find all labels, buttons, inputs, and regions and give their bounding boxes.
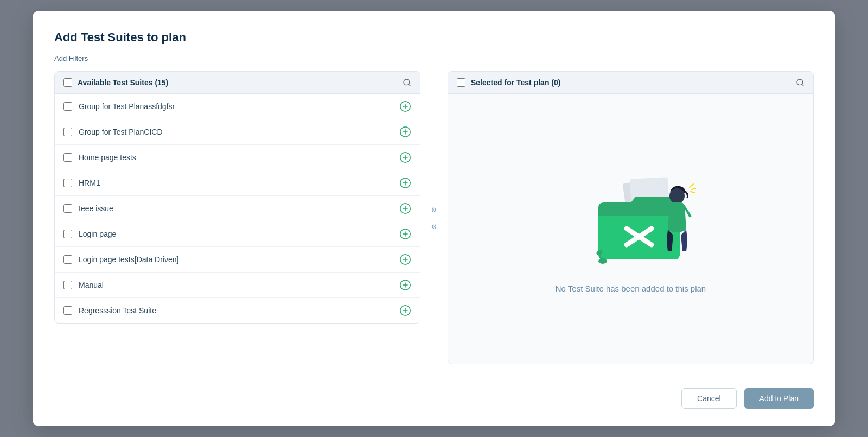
list-item[interactable]: Ieee issue (55, 196, 420, 221)
item-label-4: Ieee issue (79, 204, 393, 213)
transfer-forward-button[interactable]: » (431, 204, 437, 215)
list-item[interactable]: Manual (55, 273, 420, 298)
svg-line-40 (691, 192, 695, 193)
list-item[interactable]: Group for Test PlanCICD (55, 119, 420, 145)
empty-state: No Test Suite has been added to this pla… (448, 94, 813, 364)
item-checkbox-8[interactable] (63, 306, 72, 315)
selected-panel: Selected for Test plan (0) (448, 71, 814, 364)
available-panel: Available Test Suites (15) Group for Tes… (54, 71, 420, 324)
available-items-list: Group for Test Planassfdgfsr Group for T… (55, 94, 420, 323)
item-label-2: Home page tests (79, 153, 393, 162)
add-item-button-5[interactable] (399, 228, 411, 240)
item-checkbox-0[interactable] (63, 102, 72, 111)
add-item-button-1[interactable] (399, 126, 411, 138)
dual-panel: Available Test Suites (15) Group for Tes… (54, 71, 814, 364)
select-all-selected-checkbox[interactable] (457, 78, 465, 87)
add-item-button-4[interactable] (399, 202, 411, 214)
item-checkbox-6[interactable] (63, 255, 72, 264)
add-item-button-6[interactable] (399, 254, 411, 265)
item-label-6: Login page tests[Data Driven] (79, 255, 393, 264)
add-item-button-0[interactable] (399, 100, 411, 112)
item-checkbox-2[interactable] (63, 153, 72, 162)
svg-point-37 (669, 188, 685, 204)
list-item[interactable]: Home page tests (55, 145, 420, 170)
item-checkbox-4[interactable] (63, 204, 72, 213)
item-label-0: Group for Test Planassfdgfsr (79, 102, 393, 111)
item-checkbox-1[interactable] (63, 128, 72, 136)
list-item[interactable]: HRM1 (55, 170, 420, 196)
add-filters-link[interactable]: Add Filters (54, 54, 814, 62)
svg-line-30 (802, 84, 803, 86)
cancel-button[interactable]: Cancel (681, 388, 737, 409)
list-item[interactable]: Group for Test Planassfdgfsr (55, 94, 420, 119)
item-label-5: Login page (79, 230, 393, 238)
item-label-8: Regresssion Test Suite (79, 306, 393, 315)
svg-line-39 (692, 188, 696, 189)
selected-panel-header: Selected for Test plan (0) (448, 72, 813, 94)
add-item-button-7[interactable] (399, 279, 411, 291)
selected-panel-label: Selected for Test plan (0) (471, 78, 790, 87)
select-all-available-checkbox[interactable] (63, 78, 72, 87)
add-item-button-8[interactable] (399, 305, 411, 316)
add-to-plan-button[interactable]: Add to Plan (744, 388, 814, 409)
item-checkbox-5[interactable] (63, 230, 72, 238)
available-panel-label: Available Test Suites (15) (78, 78, 397, 87)
list-item[interactable]: Login page tests[Data Driven] (55, 247, 420, 273)
available-panel-header: Available Test Suites (15) (55, 72, 420, 94)
list-item[interactable]: Regresssion Test Suite (55, 298, 420, 323)
selected-search-button[interactable] (796, 78, 805, 87)
svg-line-1 (409, 84, 410, 86)
item-checkbox-3[interactable] (63, 179, 72, 187)
item-label-3: HRM1 (79, 179, 393, 187)
item-label-7: Manual (79, 281, 393, 289)
list-item[interactable]: Login page (55, 221, 420, 247)
item-label-1: Group for Test PlanCICD (79, 128, 393, 136)
modal-overlay: Add Test Suites to plan Add Filters Avai… (0, 0, 868, 437)
modal-dialog: Add Test Suites to plan Add Filters Avai… (33, 11, 835, 426)
available-search-button[interactable] (403, 78, 411, 87)
transfer-backward-button[interactable]: « (431, 220, 437, 232)
add-item-button-3[interactable] (399, 177, 411, 189)
svg-line-38 (690, 184, 693, 187)
modal-title: Add Test Suites to plan (54, 30, 814, 45)
add-item-button-2[interactable] (399, 151, 411, 163)
transfer-buttons: » « (420, 204, 448, 232)
item-checkbox-7[interactable] (63, 281, 72, 289)
modal-footer: Cancel Add to Plan (54, 379, 814, 409)
empty-state-text: No Test Suite has been added to this pla… (556, 284, 706, 293)
